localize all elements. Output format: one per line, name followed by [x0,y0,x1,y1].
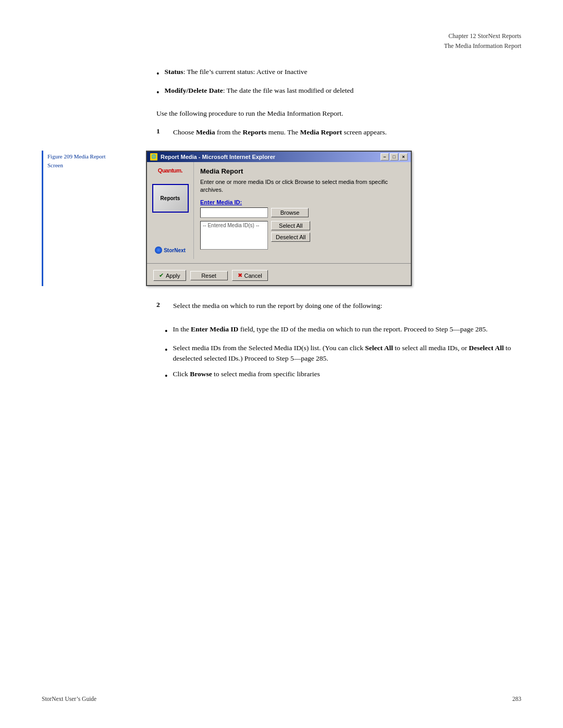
bullet-item-modify: • Modify/Delete Date: The date the file … [156,85,521,99]
chapter-header-line2: The Media Information Report [42,41,521,51]
page: Chapter 12 StorNext Reports The Media In… [0,0,563,728]
apply-label: Apply [166,273,180,279]
chapter-header: Chapter 12 StorNext Reports The Media In… [42,31,521,51]
dialog-footer: ✔ Apply Reset ✖ Cancel [147,267,411,285]
bullet-text-modify: Modify/Delete Date: The date the file wa… [165,85,521,96]
sub-text-2: Select media IDs from the Selected Media… [173,343,521,364]
figure-blue-line [42,151,43,287]
procedure-intro: Use the following procedure to run the M… [156,109,521,118]
dialog-description: Enter one or more media IDs or click Bro… [200,178,405,194]
sub-dot-2: • [165,344,168,356]
quantum-logo-text: Quantum. [158,167,182,174]
ie-title: Report Media - Microsoft Internet Explor… [161,154,275,160]
dialog-sidebar: Quantum. Reports StorNext [147,162,194,260]
cancel-x-icon: ✖ [238,272,242,279]
dialog-main: Media Report Enter one or more media IDs… [194,162,411,260]
step2-section: 2 Select the media on which to run the r… [156,301,521,311]
step1-text: Choose Media from the Reports menu. The … [173,127,387,138]
sub-dot-1: • [165,325,168,338]
footer-left: StorNext User’s Guide [42,696,96,702]
ie-minimize-button[interactable]: − [381,153,389,161]
ie-titlebar: 🌐 Report Media - Microsoft Internet Expl… [147,152,411,162]
stornext-text: StorNext [164,248,186,253]
media-id-input[interactable] [200,207,268,218]
reports-label: Reports [161,195,180,201]
apply-check-icon: ✔ [159,272,164,279]
modify-desc: : The date the file was last modified or… [223,87,354,94]
step1-section: 1 Choose Media from the Reports menu. Th… [156,127,521,138]
media-listbox[interactable]: -- Entered Media ID(s) -- [200,221,268,250]
reports-button: Reports [152,184,189,213]
stornext-icon [155,246,162,254]
browse-button[interactable]: Browse [271,208,309,217]
step2-number: 2 [156,301,165,309]
sub-text-1: In the Enter Media ID field, type the ID… [173,324,521,335]
bullet-dot-1: • [156,68,160,80]
dialog-separator [147,263,411,264]
quantum-logo: Quantum. [158,167,182,174]
sub-text-3: Click Browse to select media from specif… [173,369,521,379]
listbox-placeholder: -- Entered Media ID(s) -- [203,223,259,228]
figure-caption-line1: Figure 209 Media Report [47,153,146,161]
media-input-row: Browse [200,207,405,218]
status-term: Status [165,68,183,76]
ie-titlebar-controls: − □ × [381,153,408,161]
bullet-section: • Status: The file’s current status: Act… [156,67,521,99]
deselect-all-button[interactable]: Deselect All [271,232,310,242]
reset-button[interactable]: Reset [190,271,228,280]
stornext-logo: StorNext [155,246,186,254]
ie-window: 🌐 Report Media - Microsoft Internet Expl… [146,151,412,287]
modify-term: Modify/Delete Date [165,87,223,94]
enter-media-label: Enter Media ID: [200,199,405,205]
apply-button[interactable]: ✔ Apply [153,270,186,281]
ie-close-button[interactable]: × [399,153,408,161]
sub-bullet-section: • In the Enter Media ID field, type the … [165,324,521,383]
ie-content: Quantum. Reports StorNext Media R [147,162,411,260]
cancel-button[interactable]: ✖ Cancel [232,270,268,281]
step1-item: 1 Choose Media from the Reports menu. Th… [156,127,521,138]
step2-text: Select the media on which to run the rep… [173,301,382,311]
media-list-row: -- Entered Media ID(s) -- Select All Des… [200,221,405,250]
figure-caption: Figure 209 Media Report Screen [47,151,152,287]
action-buttons-column: Select All Deselect All [271,221,310,242]
ie-titlebar-text: 🌐 Report Media - Microsoft Internet Expl… [150,153,275,161]
bullet-item-status: • Status: The file’s current status: Act… [156,67,521,80]
sub-bullet-3: • Click Browse to select media from spec… [165,369,521,382]
sub-bullet-1: • In the Enter Media ID field, type the … [165,324,521,338]
ie-maximize-button[interactable]: □ [390,153,398,161]
dialog-body: Quantum. Reports StorNext Media R [147,162,411,286]
bullet-text-status: Status: The file’s current status: Activ… [165,67,521,77]
bullet-dot-2: • [156,87,160,99]
cancel-label: Cancel [244,273,262,279]
page-footer: StorNext User’s Guide 283 [42,696,521,702]
figure-caption-line2: Screen [47,162,146,169]
step2-item: 2 Select the media on which to run the r… [156,301,521,311]
sub-bullet-2: • Select media IDs from the Selected Med… [165,343,521,364]
footer-right: 283 [512,696,521,702]
figure-area: Figure 209 Media Report Screen 🌐 Report … [42,151,521,287]
step1-number: 1 [156,127,165,135]
ie-icon: 🌐 [150,153,157,161]
chapter-header-line1: Chapter 12 StorNext Reports [42,31,521,41]
dialog-main-title: Media Report [200,167,405,175]
select-all-button[interactable]: Select All [271,221,310,230]
sub-dot-3: • [165,370,168,382]
status-desc: : The file’s current status: Active or I… [183,68,308,76]
